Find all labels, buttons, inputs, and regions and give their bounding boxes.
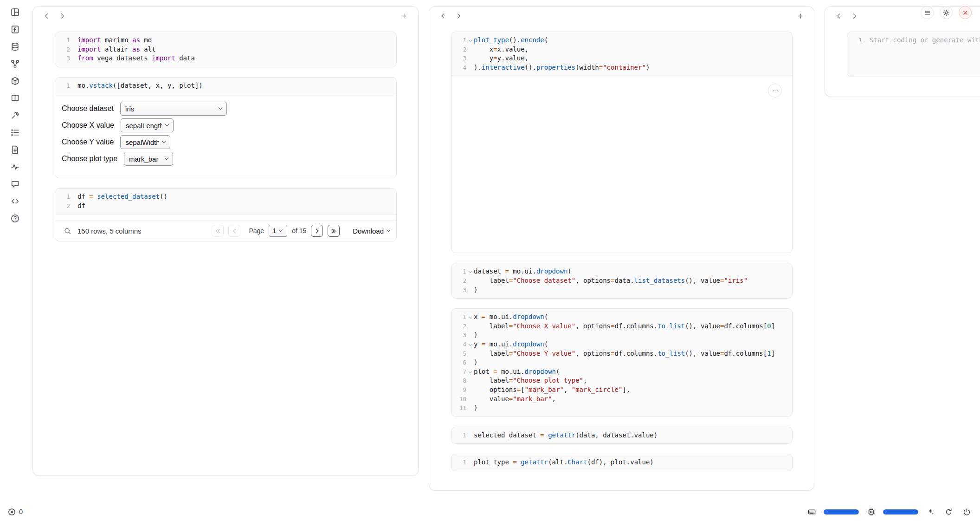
activity-help-button[interactable] xyxy=(9,214,20,225)
sparkles-icon xyxy=(926,508,935,516)
scroll-left-button[interactable] xyxy=(832,10,845,22)
line-number: 3 xyxy=(454,286,466,295)
search-button[interactable] xyxy=(62,225,73,236)
memory-button[interactable] xyxy=(865,506,877,518)
vstack-output: Choose datasetirisChoose X valuesepalLen… xyxy=(55,94,396,178)
chevron-right-icon xyxy=(58,12,66,20)
dropdown-select-2[interactable]: sepalLength xyxy=(121,118,174,132)
activity-packages-button[interactable] xyxy=(9,76,20,87)
window-controls xyxy=(921,6,972,19)
code-editor[interactable]: 1selected_dataset = getattr(data, datase… xyxy=(451,427,792,444)
keyboard-shortcuts-button[interactable] xyxy=(806,506,818,518)
line-number: 3 xyxy=(58,54,70,63)
dropdown-select-3[interactable]: sepalWidth xyxy=(120,135,170,149)
add-cell-button[interactable] xyxy=(399,10,411,22)
code-line: 1plot_type().encode( xyxy=(454,36,789,45)
activity-datasources-button[interactable] xyxy=(9,42,20,53)
prev-page-button[interactable] xyxy=(228,225,240,237)
tracing-icon xyxy=(10,162,20,173)
scroll-right-button[interactable] xyxy=(56,10,68,22)
table-header-row xyxy=(55,215,396,221)
control-row: Choose X valuesepalLength xyxy=(62,118,388,132)
dropdown-select-1[interactable]: iris xyxy=(120,102,227,116)
page-select[interactable]: 1 xyxy=(269,225,287,237)
line-number: 1 xyxy=(58,81,70,91)
code-line: 1x = mo.ui.dropdown( xyxy=(454,313,789,322)
fold-toggle-icon[interactable] xyxy=(466,371,474,374)
activity-outline-button[interactable] xyxy=(9,128,20,139)
cell-dataset-dropdown[interactable]: 1dataset = mo.ui.dropdown(2 label="Choos… xyxy=(451,263,793,299)
activity-files-button[interactable] xyxy=(9,25,20,36)
code-editor[interactable]: 1mo.vstack([dataset, x, y, plot]) xyxy=(55,78,396,95)
fold-toggle-icon[interactable] xyxy=(466,344,474,346)
activity-dependencies-button[interactable] xyxy=(9,59,20,70)
line-number: 10 xyxy=(454,395,466,404)
cell-plot-type[interactable]: 1plot_type = getattr(alt.Chart(df), plot… xyxy=(451,454,793,471)
page-label: Page xyxy=(249,227,264,234)
restart-kernel-button[interactable] xyxy=(942,506,954,518)
cell-selected-dataset[interactable]: 1selected_dataset = getattr(data, datase… xyxy=(451,427,793,444)
add-cell-button[interactable] xyxy=(794,10,806,22)
last-page-button[interactable] xyxy=(328,225,340,237)
restart-icon xyxy=(944,508,953,516)
line-number: 2 xyxy=(58,45,70,54)
control-row: Choose Y valuesepalWidth xyxy=(62,135,388,149)
fold-toggle-icon[interactable] xyxy=(466,317,474,319)
chart-menu-button[interactable] xyxy=(768,84,782,98)
code-editor[interactable]: 1Start coding or generate with xyxy=(847,32,980,77)
cell-chart[interactable]: 1plot_type().encode(2 x=x.value,3 y=y.va… xyxy=(451,32,793,253)
dropdown-select-4[interactable]: mark_bar xyxy=(124,152,173,166)
scroll-right-button[interactable] xyxy=(452,10,464,22)
cpu-meter xyxy=(824,509,859,514)
line-number: 1 xyxy=(454,458,466,467)
activity-snippets-button[interactable] xyxy=(9,196,20,208)
outline-icon xyxy=(10,128,20,139)
activity-documentation-button[interactable] xyxy=(9,93,20,104)
scroll-left-button[interactable] xyxy=(40,10,52,22)
menu-button[interactable] xyxy=(921,6,934,19)
packages-icon xyxy=(10,76,20,87)
notebook-column-2: 1plot_type().encode(2 x=x.value,3 y=y.va… xyxy=(429,6,814,491)
fold-toggle-icon[interactable] xyxy=(466,40,474,42)
cell-empty-scratch[interactable]: 1Start coding or generate with xyxy=(847,32,980,77)
fold-toggle-icon[interactable] xyxy=(466,271,474,274)
power-button[interactable] xyxy=(961,506,973,518)
code-editor[interactable]: 1plot_type().encode(2 x=x.value,3 y=y.va… xyxy=(451,32,792,76)
shutdown-button[interactable] xyxy=(959,6,972,19)
activity-tools-button[interactable] xyxy=(9,111,20,122)
table-footer: 150 rows, 5 columns Page 1 of 15 xyxy=(55,221,396,241)
code-editor[interactable]: 1x = mo.ui.dropdown(2 label="Choose X va… xyxy=(451,309,792,417)
dataframe-table: 150 rows, 5 columns Page 1 of 15 xyxy=(55,215,396,241)
activity-explorer-button[interactable] xyxy=(9,7,20,19)
errors-button[interactable]: 0 xyxy=(7,508,23,516)
help-icon xyxy=(10,214,20,225)
code-editor[interactable]: 1import marimo as mo2import altair as al… xyxy=(55,32,396,67)
scroll-right-button[interactable] xyxy=(848,10,860,22)
code-editor[interactable]: 1df = selected_dataset()2df xyxy=(55,189,396,215)
line-number: 3 xyxy=(454,54,466,63)
cell-imports[interactable]: 1import marimo as mo2import altair as al… xyxy=(55,32,397,67)
activity-tracing-button[interactable] xyxy=(9,162,20,173)
code-editor[interactable]: 1dataset = mo.ui.dropdown(2 label="Choos… xyxy=(451,263,792,298)
ai-assistant-button[interactable] xyxy=(924,506,936,518)
cell-vstack[interactable]: 1mo.vstack([dataset, x, y, plot]) Choose… xyxy=(55,77,397,179)
first-page-button[interactable] xyxy=(212,225,224,237)
settings-button[interactable] xyxy=(940,6,953,19)
memory-chip-icon xyxy=(867,508,876,516)
chat-icon xyxy=(10,179,20,190)
activity-chat-button[interactable] xyxy=(9,179,20,190)
datasources-icon xyxy=(10,42,20,53)
scroll-left-button[interactable] xyxy=(437,10,449,22)
line-number: 1 xyxy=(454,267,466,276)
next-page-button[interactable] xyxy=(311,225,323,237)
cell-dataframe[interactable]: 1df = selected_dataset()2df 150 rows, 5 … xyxy=(55,188,397,241)
code-editor[interactable]: 1plot_type = getattr(alt.Chart(df), plot… xyxy=(451,454,792,471)
chevron-right-icon xyxy=(455,12,463,20)
code-line: 1df = selected_dataset() xyxy=(58,192,393,202)
code-line: 1selected_dataset = getattr(data, datase… xyxy=(454,431,789,440)
download-button[interactable]: Download xyxy=(353,227,390,235)
cell-xy-plot-dropdowns[interactable]: 1x = mo.ui.dropdown(2 label="Choose X va… xyxy=(451,308,793,417)
activity-logs-button[interactable] xyxy=(9,145,20,156)
notebook-column-1: 1import marimo as mo2import altair as al… xyxy=(32,6,419,476)
code-line: 2df xyxy=(58,202,393,211)
